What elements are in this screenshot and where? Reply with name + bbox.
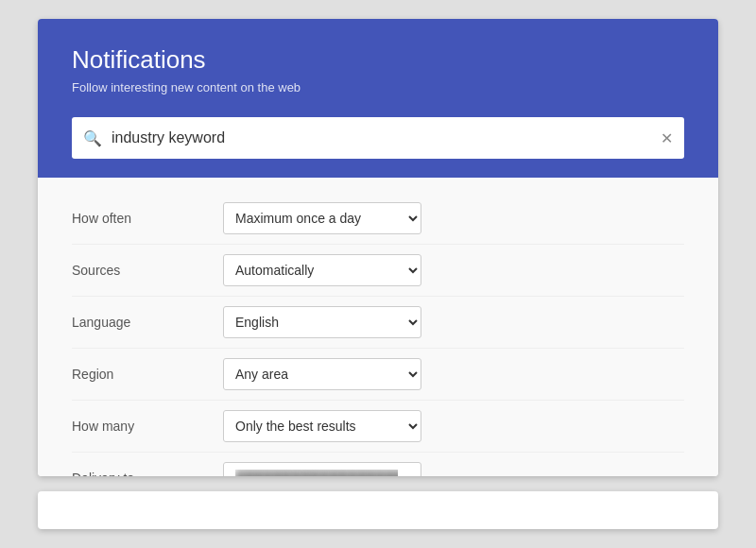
search-container: 🔍 ✕: [38, 117, 718, 178]
how-often-select[interactable]: Maximum once a day As-it-happens At most…: [223, 202, 421, 234]
bottom-card: [38, 491, 718, 529]
option-label-how-many: How many: [72, 419, 223, 434]
option-label-region: Region: [72, 367, 223, 382]
option-label-language: Language: [72, 315, 223, 330]
how-many-select[interactable]: Only the best results All results: [223, 410, 421, 442]
option-row-how-many: How many Only the best results All resul…: [72, 401, 684, 453]
option-row-sources: Sources Automatically News Blogs Web Vid…: [72, 245, 684, 297]
option-label-delivery: Delivery to: [72, 471, 223, 476]
option-row-language: Language English Any Language French Ger…: [72, 297, 684, 349]
option-row-region: Region Any area United States United Kin…: [72, 349, 684, 401]
page-title: Notifications: [72, 45, 684, 75]
option-label-how-often: How often: [72, 211, 223, 226]
page-subtitle: Follow interesting new content on the we…: [72, 80, 684, 94]
search-bar: 🔍 ✕: [72, 117, 684, 159]
search-input[interactable]: [112, 129, 661, 146]
option-row-how-often: How often Maximum once a day As-it-happe…: [72, 193, 684, 245]
search-icon: 🔍: [83, 129, 102, 147]
options-section: How often Maximum once a day As-it-happe…: [38, 178, 718, 476]
option-row-delivery: Delivery to ████████████████████: [72, 453, 684, 476]
region-select[interactable]: Any area United States United Kingdom Au…: [223, 358, 421, 390]
clear-icon[interactable]: ✕: [661, 129, 673, 147]
notifications-card: Notifications Follow interesting new con…: [38, 19, 718, 476]
sources-select[interactable]: Automatically News Blogs Web Video Books…: [223, 254, 421, 286]
header: Notifications Follow interesting new con…: [38, 19, 718, 117]
delivery-select[interactable]: ████████████████████: [223, 462, 421, 476]
language-select[interactable]: English Any Language French German Spani…: [223, 306, 421, 338]
option-label-sources: Sources: [72, 263, 223, 278]
